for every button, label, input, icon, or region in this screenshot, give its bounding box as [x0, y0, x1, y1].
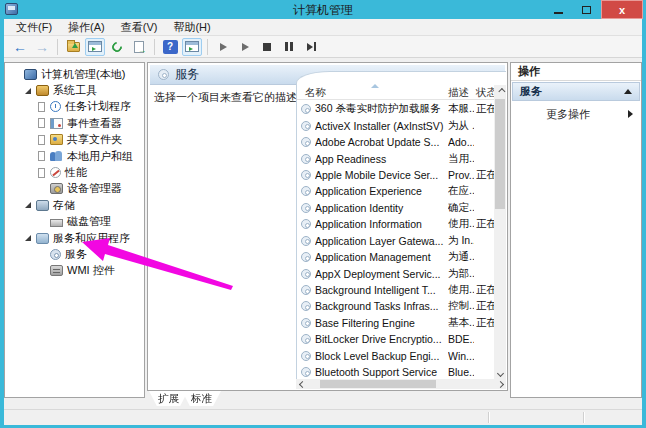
service-row[interactable]: App Readiness 当用... — [297, 150, 494, 166]
collapse-caret-icon[interactable] — [624, 89, 632, 94]
vertical-scroll-thumb[interactable] — [495, 99, 505, 209]
chevron-up-icon — [498, 87, 505, 94]
tree-item[interactable]: 磁盘管理 — [5, 214, 144, 230]
service-description: 为从 ... — [448, 119, 474, 133]
service-description: 本服... — [448, 102, 474, 116]
service-gear-icon — [301, 121, 311, 131]
service-row[interactable]: Background Tasks Infras... 控制... 正在... — [297, 298, 494, 314]
service-row[interactable]: Application Layer Gatewa... 为 In... — [297, 233, 494, 249]
service-description: Ado... — [448, 136, 474, 148]
service-row[interactable]: Application Information 使用... 正在... — [297, 216, 494, 232]
expand-arrow-icon[interactable] — [11, 69, 22, 79]
expand-arrow-icon[interactable] — [37, 168, 48, 178]
actions-section-header[interactable]: 服务 — [512, 82, 640, 101]
expand-arrow-icon[interactable] — [37, 184, 48, 194]
service-gear-icon — [301, 252, 311, 262]
view-tab[interactable]: 扩展 — [149, 391, 188, 406]
tree-item[interactable]: 本地用户和组 — [5, 148, 144, 164]
service-gear-icon — [301, 285, 311, 295]
restart-service-button[interactable] — [301, 38, 321, 56]
tree-item[interactable]: 共享文件夹 — [5, 132, 144, 148]
service-row[interactable]: BitLocker Drive Encryptio... BDE... — [297, 331, 494, 347]
export-list-button[interactable] — [129, 38, 149, 56]
tree-item[interactable]: 计算机管理(本地) — [5, 66, 144, 82]
minimize-button[interactable] — [546, 0, 570, 19]
titlebar: 计算机管理 x — [0, 0, 646, 19]
service-row[interactable]: Application Identity 确定... — [297, 200, 494, 216]
tree-item-icon — [36, 233, 49, 244]
tree-item[interactable]: 设备管理器 — [5, 181, 144, 197]
service-name: Base Filtering Engine — [315, 317, 445, 329]
service-row[interactable]: ActiveX Installer (AxInstSV) 为从 ... — [297, 117, 494, 133]
service-description: Prov... — [448, 169, 474, 181]
menu-item[interactable]: 操作(A) — [60, 19, 113, 36]
more-actions-item[interactable]: 更多操作 — [512, 105, 640, 123]
expand-arrow-icon[interactable] — [37, 151, 48, 161]
column-header-description[interactable]: 描述 — [448, 86, 469, 100]
menu-item[interactable]: 帮助(H) — [165, 19, 218, 36]
expand-arrow-icon[interactable] — [37, 135, 48, 145]
service-row[interactable]: Bluetooth Support Service Blue... — [297, 364, 494, 379]
refresh-button[interactable] — [107, 38, 127, 56]
scroll-right-button[interactable] — [494, 379, 506, 389]
service-row[interactable]: Apple Mobile Device Ser... Prov... 正在... — [297, 167, 494, 183]
service-name: Application Identity — [315, 202, 445, 214]
start-service-button[interactable] — [213, 38, 233, 56]
service-status: 正在... — [476, 217, 494, 231]
tree-item[interactable]: 系统工具 — [5, 82, 144, 98]
service-row[interactable]: Adobe Acrobat Update S... Ado... — [297, 134, 494, 150]
scroll-up-button[interactable] — [494, 85, 506, 97]
menu-item[interactable]: 查看(V) — [113, 19, 166, 36]
tree-item-label: 系统工具 — [53, 83, 97, 98]
horizontal-scrollbar[interactable] — [296, 379, 506, 389]
service-description: 使用... — [448, 283, 474, 297]
tree-item[interactable]: 性能 — [5, 164, 144, 180]
stop-service-button[interactable] — [257, 38, 277, 56]
back-button[interactable]: ← — [10, 38, 30, 56]
tree-item[interactable]: 任务计划程序 — [5, 99, 144, 115]
maximize-button[interactable] — [574, 0, 598, 19]
pause-service-button[interactable] — [279, 38, 299, 56]
up-level-button[interactable] — [63, 38, 83, 56]
expand-arrow-icon[interactable] — [37, 217, 48, 227]
tree-item[interactable]: 存储 — [5, 197, 144, 213]
expand-arrow-icon[interactable] — [23, 200, 34, 210]
help-icon: ? — [163, 40, 178, 54]
service-row[interactable]: Background Intelligent T... 使用... 正在... — [297, 282, 494, 298]
view-tab[interactable]: 标准 — [182, 391, 221, 406]
vertical-scrollbar[interactable] — [494, 85, 506, 379]
scroll-left-button[interactable] — [296, 379, 308, 389]
service-row[interactable]: Base Filtering Engine 基本... 正在... — [297, 315, 494, 331]
service-row[interactable]: Application Experience 在应... — [297, 183, 494, 199]
view-tab-label: 扩展 — [158, 392, 179, 404]
resume-service-button[interactable] — [235, 38, 255, 56]
help-button[interactable]: ? — [160, 38, 180, 56]
console-tree-toggle-button[interactable] — [85, 38, 105, 56]
action-pane-toggle-button[interactable] — [182, 38, 202, 56]
expand-arrow-icon[interactable] — [37, 249, 48, 259]
expand-arrow-icon[interactable] — [37, 118, 48, 128]
tree-item-label: 共享文件夹 — [67, 132, 122, 147]
console-window-icon — [88, 41, 102, 52]
console-tree-panel: 计算机管理(本地) 系统工具 任务计划程序 — [4, 62, 145, 398]
column-header-name[interactable]: 名称 — [305, 86, 326, 100]
close-button[interactable]: x — [601, 0, 643, 19]
service-row[interactable]: Application Management 为通... — [297, 249, 494, 265]
service-row[interactable]: 360 杀毒实时防护加载服务 本服... 正在... — [297, 101, 494, 117]
expand-arrow-icon[interactable] — [23, 233, 34, 243]
list-column-headers: 名称 描述 状态 — [297, 85, 494, 100]
scroll-down-button[interactable] — [494, 367, 506, 379]
play-icon — [220, 43, 227, 51]
expand-arrow-icon[interactable] — [37, 102, 48, 112]
menu-item[interactable]: 文件(F) — [8, 19, 60, 36]
tree-item[interactable]: 服务 — [5, 246, 144, 262]
service-row[interactable]: Block Level Backup Engi... Win... — [297, 348, 494, 364]
tree-item[interactable]: WMI 控件 — [5, 263, 144, 279]
expand-arrow-icon[interactable] — [37, 266, 48, 276]
horizontal-scroll-thumb[interactable] — [320, 380, 436, 388]
forward-button[interactable]: → — [32, 38, 52, 56]
tree-item[interactable]: 服务和应用程序 — [5, 230, 144, 246]
expand-arrow-icon[interactable] — [23, 86, 34, 96]
tree-item[interactable]: 事件查看器 — [5, 115, 144, 131]
service-row[interactable]: AppX Deployment Servic... 为部... — [297, 265, 494, 281]
